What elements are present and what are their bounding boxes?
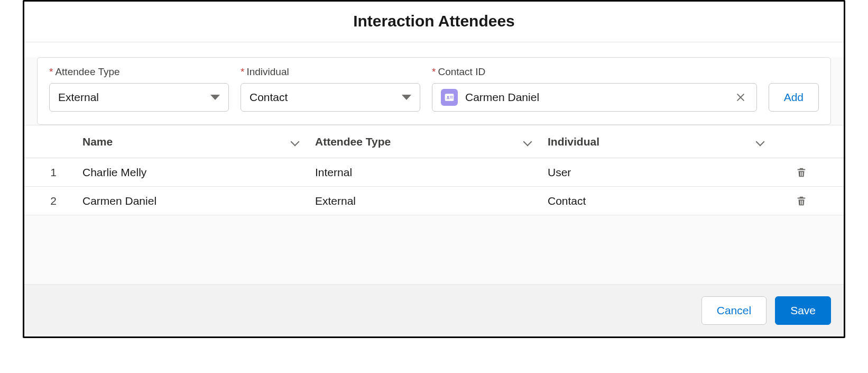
- svg-rect-3: [450, 97, 453, 98]
- dialog-header: Interaction Attendees: [24, 2, 844, 42]
- required-star: *: [241, 66, 244, 78]
- svg-rect-2: [450, 96, 453, 97]
- table-row: 1 Charlie Melly Internal User: [24, 158, 844, 187]
- col-attendee-type-label: Attendee Type: [315, 135, 391, 148]
- select-attendee-type[interactable]: External: [49, 83, 229, 112]
- cell-individual: Contact: [548, 195, 780, 207]
- chevron-down-icon: [402, 95, 411, 100]
- table-row: 2 Carmen Daniel External Contact: [24, 187, 844, 215]
- cell-name: Carmen Daniel: [82, 195, 315, 207]
- chevron-down-icon: [210, 95, 220, 100]
- add-button-col: Add: [769, 83, 819, 112]
- cell-name: Charlie Melly: [82, 166, 315, 179]
- save-button[interactable]: Save: [775, 296, 831, 325]
- required-star: *: [49, 66, 53, 78]
- label-contact-id: * Contact ID: [432, 66, 757, 78]
- clear-contact-icon[interactable]: [733, 90, 748, 105]
- field-attendee-type: * Attendee Type External: [49, 66, 229, 112]
- dialog-footer: Cancel Save: [24, 284, 844, 336]
- chevron-down-icon: [756, 137, 765, 147]
- col-individual-label: Individual: [548, 135, 599, 148]
- delete-row-button[interactable]: [780, 167, 823, 178]
- cell-attendee-type: External: [315, 195, 548, 207]
- dialog-body: * Attendee Type External * Individual Co…: [24, 57, 844, 284]
- label-attendee-type-text: Attendee Type: [55, 66, 119, 78]
- field-contact-id: * Contact ID Carmen Daniel: [432, 66, 757, 112]
- svg-rect-0: [445, 94, 454, 101]
- chevron-down-icon: [291, 137, 300, 147]
- add-button[interactable]: Add: [769, 83, 819, 112]
- contact-icon: [441, 89, 458, 106]
- chevron-down-icon: [523, 137, 533, 147]
- field-individual: * Individual Contact: [241, 66, 420, 112]
- required-star: *: [432, 66, 436, 78]
- col-name[interactable]: Name: [82, 135, 315, 148]
- dialog-title: Interaction Attendees: [24, 12, 844, 30]
- label-individual: * Individual: [241, 66, 420, 78]
- label-attendee-type: * Attendee Type: [49, 66, 229, 78]
- col-attendee-type[interactable]: Attendee Type: [315, 135, 548, 148]
- grid-empty-area: [24, 215, 844, 284]
- attendees-grid: Name Attendee Type Individual 1 Charlie …: [24, 125, 844, 215]
- lookup-contact-id-value: Carmen Daniel: [465, 91, 726, 104]
- label-individual-text: Individual: [246, 66, 289, 78]
- attendee-form: * Attendee Type External * Individual Co…: [37, 57, 831, 125]
- delete-row-button[interactable]: [780, 195, 823, 207]
- svg-point-1: [447, 96, 449, 98]
- dialog-interaction-attendees: Interaction Attendees * Attendee Type Ex…: [23, 0, 845, 338]
- cancel-button[interactable]: Cancel: [701, 296, 767, 325]
- col-name-label: Name: [82, 135, 113, 148]
- row-index: 1: [24, 166, 82, 179]
- cell-individual: User: [548, 166, 780, 179]
- grid-header: Name Attendee Type Individual: [24, 125, 844, 158]
- lookup-contact-id[interactable]: Carmen Daniel: [432, 83, 757, 112]
- cell-attendee-type: Internal: [315, 166, 548, 179]
- label-contact-id-text: Contact ID: [438, 66, 485, 78]
- row-index: 2: [24, 195, 82, 207]
- select-individual[interactable]: Contact: [241, 83, 420, 112]
- col-individual[interactable]: Individual: [548, 135, 780, 148]
- select-attendee-type-value: External: [58, 91, 210, 104]
- select-individual-value: Contact: [250, 91, 402, 104]
